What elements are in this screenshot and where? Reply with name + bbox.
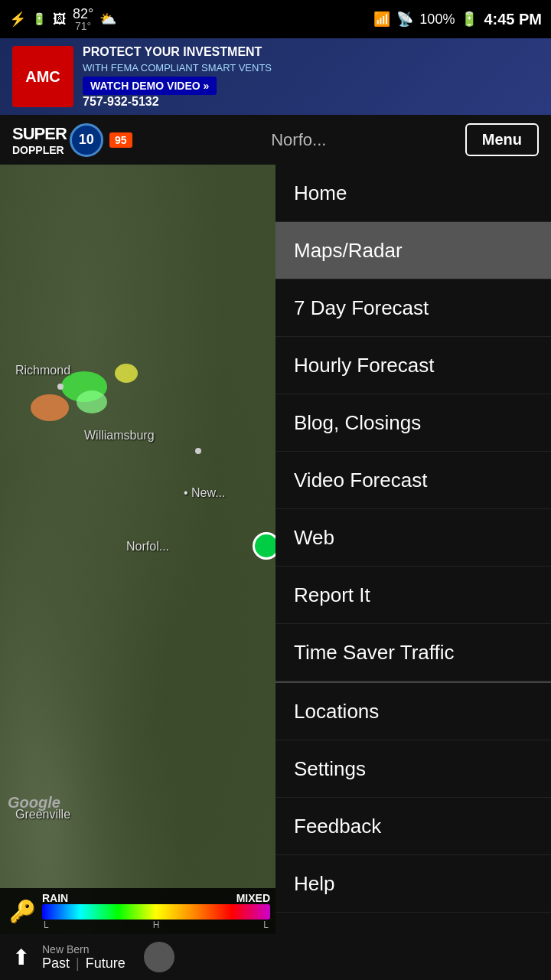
menu-item-maps-radar[interactable]: Maps/Radar — [276, 222, 551, 279]
bottom-bar: 🔑 RAIN MIXED L H L ⬆ New Bern Past | Fut… — [0, 888, 279, 980]
tab-past[interactable]: Past — [42, 956, 70, 972]
nav-toggle[interactable] — [144, 942, 174, 972]
menu-item-blog-closings[interactable]: Blog, Closings — [276, 394, 551, 452]
map-area[interactable]: Richmond Williamsburg • New... Norfol...… — [0, 165, 279, 980]
radar-blob — [31, 394, 69, 421]
ad-logo-text: AMC — [25, 68, 60, 86]
legend-h: H — [153, 920, 160, 930]
wifi-icon: 📶 — [373, 11, 390, 28]
header-title: Norfo... — [271, 130, 326, 150]
legend-l-left: L — [44, 920, 49, 930]
map-label-williamsburg: Williamsburg — [84, 429, 155, 443]
ad-phone: 757-932-5132 — [83, 95, 539, 109]
menu-item-label-web: Web — [294, 526, 334, 550]
share-icon[interactable]: ⬆ — [12, 945, 30, 970]
menu-item-label-maps-radar: Maps/Radar — [294, 239, 403, 263]
map-background — [0, 165, 279, 980]
menu-item-label-home: Home — [294, 181, 347, 205]
ad-subline: WITH FEMA COMPLIANT SMART VENTS — [83, 62, 539, 74]
app-header: SUPER DOPPLER 10 95 Norfo... Menu — [0, 115, 551, 165]
menu-item-label-locations: Locations — [294, 700, 379, 724]
google-logo: Google — [8, 794, 60, 812]
menu-item-web[interactable]: Web — [276, 509, 551, 567]
usb-icon: ⚡ — [9, 11, 26, 28]
image-icon: 🖼 — [53, 11, 67, 28]
logo-circle: 10 — [70, 123, 103, 157]
logo-doppler: DOPPLER — [12, 144, 64, 156]
map-label-richmond: Richmond — [15, 364, 70, 377]
logo-super: SUPER — [12, 124, 67, 144]
radar-blob — [115, 364, 138, 383]
radar-blob — [77, 390, 107, 413]
map-dot-williamsburg — [195, 448, 201, 454]
ad-logo: AMC — [12, 46, 73, 107]
menu-item-label-settings: Settings — [294, 757, 366, 781]
nav-divider: | — [76, 956, 80, 972]
menu-item-settings[interactable]: Settings — [276, 740, 551, 798]
map-dot-richmond — [57, 384, 64, 390]
logo-area: SUPER DOPPLER 10 95 — [12, 123, 132, 157]
menu-overlay: HomeMaps/Radar7 Day ForecastHourly Forec… — [276, 165, 551, 980]
tab-future[interactable]: Future — [86, 956, 126, 972]
menu-item-label-hourly-forecast: Hourly Forecast — [294, 354, 435, 377]
ad-banner[interactable]: AMC PROTECT YOUR INVESTMENT WITH FEMA CO… — [0, 38, 551, 115]
clock: 4:45 PM — [484, 11, 542, 28]
menu-item-7-day-forecast[interactable]: 7 Day Forecast — [276, 279, 551, 337]
weather-icon: ⛅ — [99, 11, 116, 28]
legend-l-right: L — [263, 920, 269, 930]
menu-item-label-7-day-forecast: 7 Day Forecast — [294, 296, 429, 320]
legend-bar — [42, 904, 270, 920]
menu-item-help[interactable]: Help — [276, 855, 551, 913]
legend-lh: L H L — [42, 920, 270, 930]
menu-item-locations[interactable]: Locations — [276, 683, 551, 740]
temp-low: 71° — [75, 21, 91, 31]
menu-item-video-forecast[interactable]: Video Forecast — [276, 452, 551, 509]
battery-icon: 🔋 — [461, 11, 478, 28]
rain-label: RAIN — [42, 892, 68, 904]
map-label-norfolk: Norfol... — [126, 540, 169, 554]
ad-headline: PROTECT YOUR INVESTMENT — [83, 44, 539, 60]
menu-item-feedback[interactable]: Feedback — [276, 798, 551, 855]
menu-item-label-report-it: Report It — [294, 583, 370, 607]
menu-item-label-video-forecast: Video Forecast — [294, 469, 427, 492]
menu-item-label-time-saver-traffic: Time Saver Traffic — [294, 641, 455, 665]
key-icon: 🔑 — [9, 899, 36, 924]
temp-high: 82° — [73, 7, 93, 21]
battery-charging-icon: 🔋 — [32, 12, 47, 26]
menu-item-report-it[interactable]: Report It — [276, 567, 551, 624]
map-label-new: • New... — [184, 486, 226, 500]
menu-item-home[interactable]: Home — [276, 165, 551, 222]
menu-button[interactable]: Menu — [465, 123, 539, 156]
nav-bottom: ⬆ New Bern Past | Future — [0, 934, 279, 980]
rain-legend: 🔑 RAIN MIXED L H L — [0, 888, 279, 934]
nav-tabs: Past | Future — [42, 956, 126, 972]
ad-content: PROTECT YOUR INVESTMENT WITH FEMA COMPLI… — [83, 44, 539, 109]
menu-item-label-blog-closings: Blog, Closings — [294, 411, 421, 435]
ad-cta[interactable]: WATCH DEMO VIDEO » — [83, 77, 217, 95]
menu-item-hourly-forecast[interactable]: Hourly Forecast — [276, 337, 551, 394]
mixed-label: MIXED — [236, 892, 270, 904]
menu-item-label-help: Help — [294, 872, 334, 896]
badge-95: 95 — [109, 132, 132, 148]
status-bar: ⚡ 🔋 🖼 82° 71° ⛅ 📶 📡 100% 🔋 4:45 PM — [0, 0, 551, 38]
signal-icon: 📡 — [396, 11, 413, 28]
location-label: New Bern — [42, 943, 126, 956]
temperature-display: 82° 71° — [73, 7, 93, 31]
battery-percent: 100% — [419, 11, 455, 28]
menu-item-time-saver-traffic[interactable]: Time Saver Traffic — [276, 624, 551, 681]
menu-item-label-feedback: Feedback — [294, 815, 381, 838]
